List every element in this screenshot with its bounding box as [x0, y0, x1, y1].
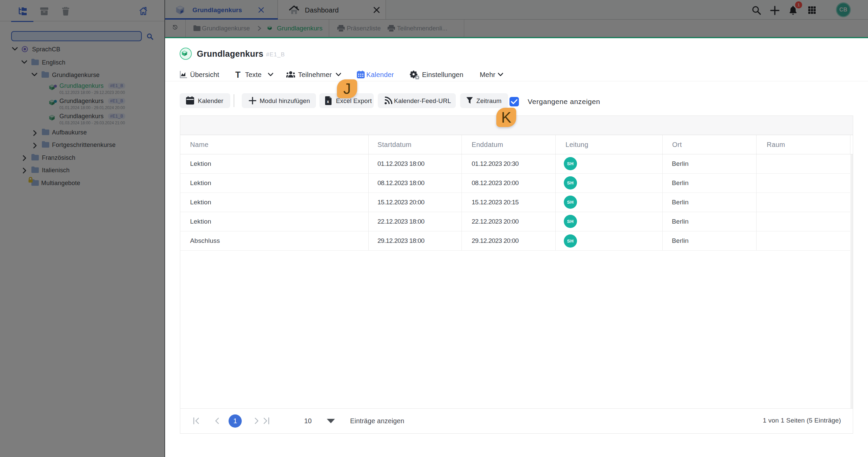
svg-text:x: x: [327, 99, 329, 104]
